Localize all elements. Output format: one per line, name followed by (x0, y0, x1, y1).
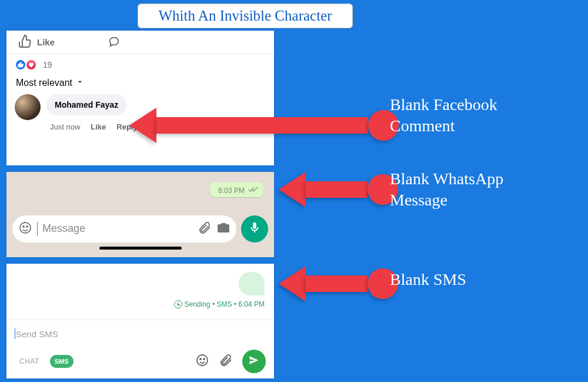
text-cursor (37, 222, 38, 236)
comment-time: Just now (50, 122, 80, 131)
speech-bubble-icon (108, 39, 121, 49)
sms-sent-bubble[interactable] (239, 272, 265, 295)
page-title-box: Whith An Invisible Character (138, 4, 353, 28)
whatsapp-text-input[interactable] (12, 215, 236, 243)
annotation-arrow-whatsapp (279, 172, 398, 207)
page-title: Whith An Invisible Character (158, 8, 332, 24)
attachment-icon[interactable] (219, 353, 233, 370)
thumbs-up-icon (18, 34, 32, 50)
sms-text-input[interactable]: Send SMS (15, 328, 266, 339)
annotation-line: Message (390, 190, 503, 211)
facebook-panel: Like 19 Most relevant Mohamed Fayaz Just… (6, 31, 274, 165)
emoji-icon[interactable] (18, 221, 32, 237)
sort-label: Most relevant (16, 78, 72, 88)
love-reaction-icon (25, 59, 37, 71)
annotation-line: Comment (390, 115, 497, 137)
whatsapp-sent-bubble[interactable]: 6:03 PM (210, 182, 263, 197)
svg-point-5 (203, 358, 205, 360)
reaction-count: 19 (43, 60, 52, 69)
comment-button[interactable] (108, 35, 121, 50)
chat-chip[interactable]: CHAT (15, 355, 44, 368)
sort-dropdown[interactable]: Most relevant (6, 75, 274, 94)
whatsapp-panel: 6:03 PM (6, 172, 274, 257)
whatsapp-messages: 6:03 PM (6, 172, 274, 214)
sms-status-text: Sending • SMS • 6:04 PM (185, 300, 265, 308)
divider (6, 320, 274, 320)
sms-placeholder: Send SMS (16, 329, 58, 339)
annotation-text-facebook: Blank Facebook Comment (390, 94, 497, 137)
like-reaction-icon (15, 59, 26, 71)
sms-chip[interactable]: SMS (50, 355, 74, 368)
microphone-icon (248, 221, 261, 237)
svg-point-1 (23, 226, 24, 227)
whatsapp-input-row (6, 214, 274, 247)
svg-point-3 (197, 355, 208, 366)
chevron-down-icon (76, 78, 84, 88)
annotation-line: Blank SMS (390, 269, 466, 290)
sms-bottom-bar: CHAT SMS (6, 339, 274, 379)
send-icon (248, 354, 260, 368)
message-time: 6:03 PM (218, 187, 245, 195)
reactions-row[interactable]: 19 (6, 54, 274, 75)
message-field[interactable] (42, 222, 193, 235)
send-button[interactable] (242, 350, 266, 373)
annotation-line: Blank Facebook (390, 94, 497, 115)
annotation-arrow-facebook (129, 108, 399, 143)
mic-button[interactable] (241, 215, 268, 243)
commenter-name: Mohamed Fayaz (55, 100, 118, 109)
text-cursor (15, 328, 15, 339)
home-indicator (6, 247, 274, 254)
sms-panel: Sending • SMS • 6:04 PM Send SMS CHAT SM… (6, 264, 274, 378)
svg-point-2 (26, 226, 28, 227)
attachment-icon[interactable] (198, 221, 212, 237)
annotation-text-whatsapp: Blank WhatsApp Message (390, 168, 503, 211)
like-label: Like (37, 37, 55, 47)
like-button[interactable]: Like (18, 34, 55, 50)
emoji-icon[interactable] (195, 353, 209, 370)
svg-point-0 (20, 222, 31, 233)
comment-bubble[interactable]: Mohamed Fayaz (46, 94, 126, 115)
annotation-arrow-sms (279, 266, 398, 301)
camera-icon[interactable] (216, 221, 230, 237)
comment-like-action[interactable]: Like (91, 122, 106, 131)
sms-input-row[interactable]: Send SMS (6, 326, 274, 339)
delivered-ticks-icon (248, 186, 259, 195)
avatar[interactable] (15, 94, 41, 120)
annotation-text-sms: Blank SMS (390, 269, 466, 290)
sms-status: Sending • SMS • 6:04 PM (174, 300, 265, 308)
facebook-action-bar: Like (6, 31, 274, 54)
svg-point-4 (200, 358, 201, 360)
annotation-line: Blank WhatsApp (390, 168, 503, 190)
sms-messages: Sending • SMS • 6:04 PM (6, 264, 274, 320)
clock-icon (174, 300, 182, 308)
